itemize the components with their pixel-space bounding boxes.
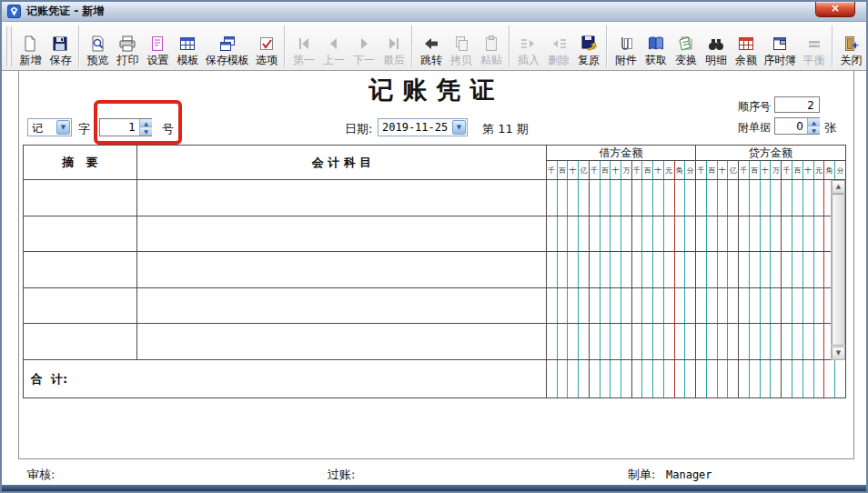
equalize-button[interactable]: 平衡 (800, 25, 828, 68)
spin-up-icon[interactable]: ▲ (808, 118, 820, 126)
amount-cell[interactable] (675, 288, 686, 324)
subject-cell[interactable] (137, 252, 547, 287)
amount-cell[interactable] (621, 180, 632, 216)
amount-cell[interactable] (761, 288, 772, 324)
amount-cell[interactable] (558, 324, 569, 359)
amount-cell[interactable] (739, 180, 750, 216)
amount-cell[interactable] (728, 216, 739, 252)
amount-cell[interactable] (792, 180, 803, 216)
amount-cell[interactable] (568, 252, 579, 287)
voucher-word-select[interactable]: 记 ▼ (27, 118, 72, 136)
amount-cell[interactable] (547, 252, 558, 287)
restore-button[interactable]: 复原 (574, 25, 602, 68)
amount-cell[interactable] (792, 360, 803, 397)
amount-cell[interactable] (771, 180, 782, 216)
amount-cell[interactable] (696, 360, 707, 397)
first-button[interactable]: 第一 (289, 25, 318, 68)
amount-cell[interactable] (771, 288, 782, 324)
amount-cell[interactable] (750, 324, 761, 359)
journal-button[interactable]: 序时簿 (762, 25, 798, 68)
amount-cell[interactable] (579, 324, 590, 359)
amount-cell[interactable] (718, 324, 729, 359)
options-button[interactable]: 选项 (252, 25, 280, 68)
amount-cell[interactable] (685, 288, 695, 324)
summary-cell[interactable] (24, 288, 137, 324)
amount-cell[interactable] (782, 324, 792, 359)
amount-cell[interactable] (568, 324, 579, 359)
amount-cell[interactable] (568, 180, 579, 216)
summary-cell[interactable] (24, 216, 137, 252)
amount-cell[interactable] (707, 180, 718, 216)
amount-cell[interactable] (547, 288, 558, 324)
amount-cell[interactable] (642, 288, 653, 324)
amount-cell[interactable] (782, 288, 792, 324)
amount-cell[interactable] (579, 288, 590, 324)
amount-cell[interactable] (558, 216, 569, 252)
copy-button[interactable]: 拷贝 (447, 25, 475, 68)
amount-cell[interactable] (814, 324, 825, 359)
close-window-button[interactable]: 关闭 (837, 25, 865, 68)
preview-button[interactable]: 预览 (84, 25, 112, 68)
amount-cell[interactable] (803, 288, 814, 324)
amount-cell[interactable] (728, 252, 739, 287)
scroll-up-icon[interactable]: ▲ (832, 180, 845, 194)
summary-cell[interactable] (24, 180, 137, 216)
toolbar-grip[interactable] (6, 26, 12, 66)
amount-cell[interactable] (739, 252, 750, 287)
amount-cell[interactable] (664, 252, 675, 287)
amount-cell[interactable] (803, 360, 814, 397)
amount-cell[interactable] (632, 288, 643, 324)
amount-cell[interactable] (590, 324, 601, 359)
amount-cell[interactable] (718, 180, 729, 216)
vertical-scrollbar[interactable]: ▲ ▼ (831, 180, 845, 360)
amount-cell[interactable] (675, 216, 686, 252)
attach-input[interactable]: 0 ▲ ▼ (774, 117, 820, 135)
amount-cell[interactable] (707, 288, 718, 324)
amount-cell[interactable] (621, 252, 632, 287)
amount-cell[interactable] (782, 360, 792, 397)
sequence-input[interactable]: 2 (774, 96, 820, 113)
amount-cell[interactable] (675, 360, 686, 397)
amount-cell[interactable] (814, 288, 825, 324)
fetch-button[interactable]: 获取 (641, 25, 670, 68)
amount-cell[interactable] (750, 288, 761, 324)
amount-cell[interactable] (664, 360, 675, 397)
chevron-down-icon[interactable]: ▼ (452, 120, 466, 135)
date-picker[interactable]: 2019-11-25 ▼ (378, 118, 468, 136)
amount-cell[interactable] (632, 180, 643, 216)
amount-cell[interactable] (675, 180, 686, 216)
amount-cell[interactable] (803, 324, 814, 359)
jump-button[interactable]: 跳转 (417, 25, 445, 68)
amount-cell[interactable] (771, 360, 782, 397)
template-button[interactable]: 模板 (174, 25, 202, 68)
amount-cell[interactable] (750, 180, 761, 216)
amount-cell[interactable] (761, 324, 772, 359)
amount-cell[interactable] (696, 324, 707, 359)
amount-cell[interactable] (728, 324, 739, 359)
amount-cell[interactable] (675, 324, 686, 359)
amount-cell[interactable] (590, 360, 601, 397)
amount-cell[interactable] (558, 180, 569, 216)
amount-cell[interactable] (814, 252, 825, 287)
amount-cell[interactable] (750, 216, 761, 252)
amount-cell[interactable] (814, 360, 825, 397)
amount-cell[interactable] (685, 216, 695, 252)
subject-cell[interactable] (137, 180, 547, 216)
spin-down-icon[interactable]: ▼ (140, 127, 152, 136)
amount-cell[interactable] (761, 216, 772, 252)
amount-cell[interactable] (728, 360, 739, 397)
chevron-down-icon[interactable]: ▼ (56, 120, 70, 135)
amount-cell[interactable] (707, 360, 718, 397)
paste-button[interactable]: 粘贴 (477, 25, 505, 68)
amount-cell[interactable] (685, 324, 695, 359)
summary-cell[interactable] (24, 324, 137, 359)
amount-cell[interactable] (642, 252, 653, 287)
amount-cell[interactable] (792, 216, 803, 252)
balance-button[interactable]: 余额 (732, 25, 760, 68)
subject-cell[interactable] (137, 324, 547, 359)
amount-cell[interactable] (642, 360, 653, 397)
amount-cell[interactable] (675, 252, 686, 287)
scroll-down-icon[interactable]: ▼ (832, 347, 845, 360)
save-button[interactable]: 保存 (46, 25, 75, 68)
amount-cell[interactable] (728, 180, 739, 216)
